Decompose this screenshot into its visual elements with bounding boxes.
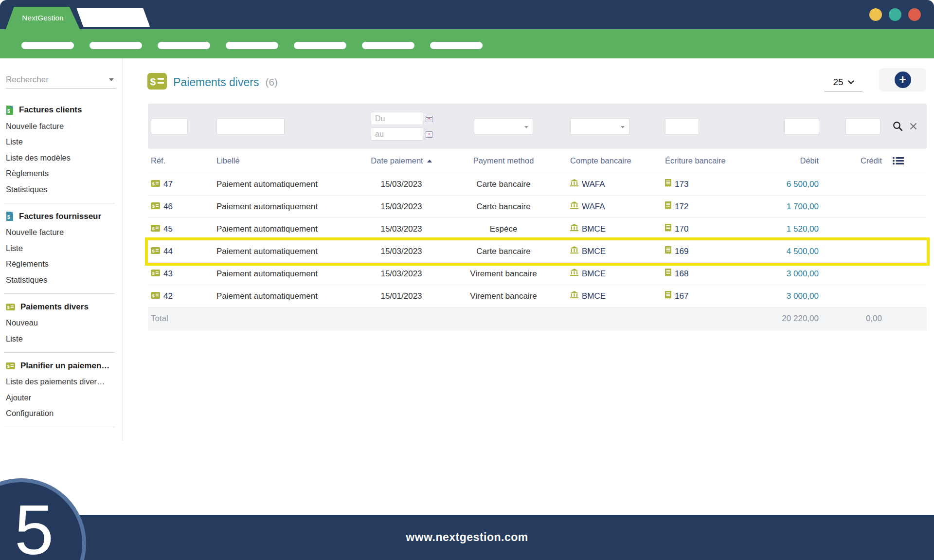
sidebar-item[interactable]: Règlements (6, 256, 123, 272)
search-placeholder: Rechercher (6, 75, 49, 85)
sidebar-item[interactable]: Liste des paiements diver… (6, 374, 123, 390)
sidebar-divider (4, 203, 115, 203)
sidebar: Rechercher $ Factures clients Nouvelle f… (0, 58, 123, 441)
table-row[interactable]: $ 45 Paiement automatiquement 15/03/2023… (148, 218, 927, 240)
filter-ecriture-input[interactable] (665, 118, 699, 135)
column-header-ref[interactable]: Réf. (148, 156, 209, 165)
section-title: Planifier un paiemen… (20, 361, 109, 371)
svg-text:$: $ (152, 181, 155, 186)
cell-compte: BMCE (582, 269, 606, 279)
sidebar-item[interactable]: Liste des modèles (6, 150, 123, 166)
nav-pill-5[interactable] (294, 42, 346, 49)
window-dot-red[interactable] (908, 8, 921, 21)
sidebar-section: $ Paiements divers NouveauListe (6, 299, 123, 347)
payment-row-icon: $ (151, 224, 160, 234)
svg-text:$: $ (150, 76, 156, 87)
slide-number: 5 (15, 495, 54, 560)
column-header-ecriture[interactable]: Écriture bancaire (659, 156, 759, 165)
sidebar-section: $ Planifier un paiemen… Liste des paieme… (6, 358, 123, 422)
filter-libelle-input[interactable] (216, 118, 285, 135)
sidebar-item[interactable]: Nouvelle facture (6, 225, 123, 241)
svg-text:$: $ (7, 304, 10, 309)
receipt-icon (665, 201, 671, 212)
cell-ref: 43 (163, 269, 173, 279)
calendar-icon[interactable] (426, 115, 432, 122)
filter-debit-input[interactable] (784, 118, 819, 135)
table-row[interactable]: $ 43 Paiement automatiquement 15/03/2023… (148, 263, 927, 285)
sidebar-item[interactable]: Statistiques (6, 181, 123, 198)
table-row[interactable]: $ 44 Paiement automatiquement 15/03/2023… (148, 240, 927, 263)
filter-date-from-input[interactable] (371, 112, 423, 125)
calendar-icon[interactable] (426, 131, 432, 138)
window-dot-yellow[interactable] (869, 8, 882, 21)
main-navbar (0, 29, 934, 58)
clear-filter-icon[interactable] (909, 122, 917, 130)
cell-date: 15/03/2023 (360, 224, 443, 234)
bank-icon (570, 224, 578, 234)
cell-date: 15/03/2023 (360, 247, 443, 256)
bank-icon (570, 269, 578, 279)
column-header-method[interactable]: Payment method (443, 156, 564, 165)
cell-date: 15/03/2023 (360, 202, 443, 212)
filter-credit-input[interactable] (845, 118, 880, 135)
payments-table: Réf. Libellé Date paiement Payment metho… (148, 104, 927, 330)
sidebar-item[interactable]: Liste (6, 240, 123, 256)
receipt-icon (665, 291, 671, 301)
sidebar-item[interactable]: Liste (6, 331, 123, 347)
sidebar-item[interactable]: Nouvelle facture (6, 118, 123, 134)
sidebar-item[interactable]: Liste (6, 134, 123, 150)
bank-icon (570, 201, 578, 212)
sidebar-item[interactable]: Statistiques (6, 272, 123, 288)
secondary-tab[interactable] (76, 8, 150, 27)
filter-compte-select[interactable] (570, 118, 629, 135)
cell-method: Carte bancaire (443, 180, 564, 189)
sidebar-item[interactable]: Ajouter (6, 390, 123, 406)
sidebar-item[interactable]: Règlements (6, 166, 123, 182)
sidebar-section: $ Factures clients Nouvelle factureListe… (6, 102, 123, 198)
column-settings-icon[interactable] (893, 157, 927, 165)
add-payment-button[interactable]: + (879, 68, 926, 91)
cell-ecriture: 168 (675, 269, 688, 279)
cell-method: Virement bancaire (443, 291, 564, 301)
footer-bar: www.nextgestion.com (0, 515, 934, 560)
section-title: Factures clients (19, 105, 82, 115)
sidebar-section-heading[interactable]: $ Factures fournisseur (6, 208, 123, 225)
nav-pill-4[interactable] (226, 42, 278, 49)
cell-date: 15/03/2023 (360, 180, 443, 189)
svg-text:$: $ (152, 225, 155, 231)
nav-pill-3[interactable] (158, 42, 210, 49)
sidebar-section-heading[interactable]: $ Factures clients (6, 102, 123, 118)
table-row[interactable]: $ 47 Paiement automatiquement 15/03/2023… (148, 173, 927, 196)
column-header-compte[interactable]: Compte bancaire (564, 156, 659, 165)
sidebar-item[interactable]: Configuration (6, 406, 123, 422)
filter-ref-input[interactable] (151, 118, 188, 135)
nav-pill-7[interactable] (430, 42, 483, 49)
column-header-libelle[interactable]: Libellé (209, 156, 360, 165)
nav-pill-1[interactable] (21, 42, 74, 49)
filter-method-select[interactable] (474, 118, 533, 135)
column-header-date[interactable]: Date paiement (360, 156, 443, 165)
cell-ref: 47 (163, 180, 173, 189)
window-dot-teal[interactable] (889, 8, 901, 21)
table-row[interactable]: $ 46 Paiement automatiquement 15/03/2023… (148, 196, 927, 218)
column-header-credit[interactable]: Crédit (822, 156, 885, 165)
sidebar-item[interactable]: Nouveau (6, 315, 123, 331)
search-icon[interactable] (893, 121, 903, 131)
sidebar-section-heading[interactable]: $ Planifier un paiemen… (6, 358, 123, 374)
sidebar-section-heading[interactable]: $ Paiements divers (6, 299, 123, 315)
total-label: Total (148, 314, 209, 324)
cell-ecriture: 173 (675, 180, 688, 189)
payment-row-icon: $ (151, 180, 160, 189)
column-header-debit[interactable]: Débit (759, 156, 822, 165)
svg-text:$: $ (7, 215, 10, 220)
table-row[interactable]: $ 42 Paiement automatiquement 15/01/2023… (148, 285, 927, 307)
cell-date: 15/01/2023 (360, 291, 443, 301)
nav-pill-2[interactable] (90, 42, 142, 49)
cell-ecriture: 169 (675, 247, 688, 256)
page-size-select[interactable]: 25 (825, 73, 862, 91)
search-select[interactable]: Rechercher (6, 71, 116, 89)
filter-date-to-input[interactable] (371, 127, 423, 141)
brand-tab[interactable]: NextGestion (6, 7, 80, 29)
app-window: NextGestion Rechercher $ Factures client… (0, 0, 934, 560)
nav-pill-6[interactable] (362, 42, 414, 49)
